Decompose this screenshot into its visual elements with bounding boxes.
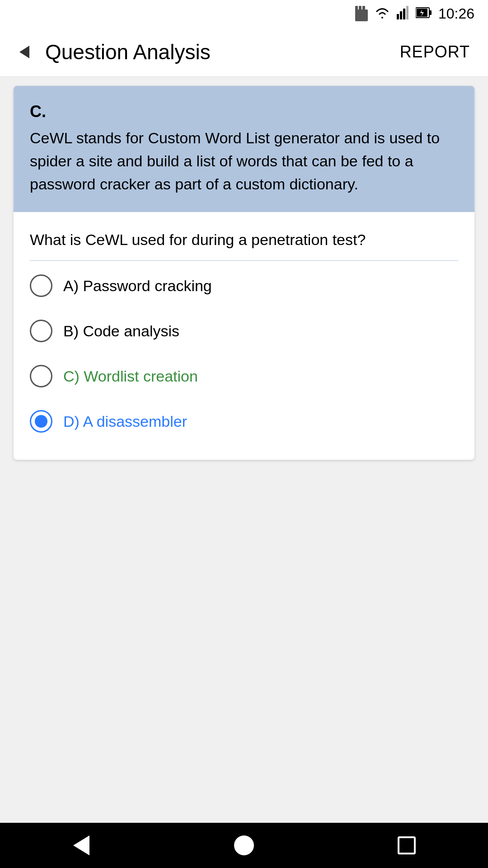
nav-recent-icon (398, 836, 416, 854)
status-time: 10:26 (438, 5, 474, 22)
radio-c (30, 365, 52, 387)
svg-rect-2 (359, 6, 361, 10)
svg-rect-5 (400, 11, 402, 19)
option-c-label: C) Wordlist creation (63, 368, 198, 385)
answer-label: C. (30, 102, 458, 121)
radio-b (30, 320, 52, 342)
report-button[interactable]: REPORT (393, 38, 477, 66)
question-section: What is CeWL used for during a penetrati… (14, 212, 474, 261)
option-c[interactable]: C) Wordlist creation (30, 365, 458, 387)
sd-card-icon (355, 6, 368, 21)
nav-back-icon (73, 835, 89, 855)
option-b[interactable]: B) Code analysis (30, 320, 458, 342)
nav-back-button[interactable] (66, 830, 97, 861)
question-divider (30, 260, 458, 261)
app-bar: Question Analysis REPORT (0, 27, 488, 77)
svg-rect-7 (406, 6, 408, 19)
question-text: What is CeWL used for during a penetrati… (30, 228, 458, 251)
options-section: A) Password cracking B) Code analysis C)… (14, 274, 474, 460)
nav-recent-button[interactable] (391, 830, 422, 861)
option-a[interactable]: A) Password cracking (30, 274, 458, 297)
answer-text: CeWL stands for Custom Word List generat… (30, 127, 458, 196)
svg-rect-9 (429, 10, 432, 15)
back-arrow-icon (19, 46, 29, 58)
radio-d-fill (35, 415, 47, 428)
battery-icon (416, 6, 432, 21)
svg-rect-4 (397, 14, 399, 19)
status-icons: 10:26 (355, 5, 474, 22)
wifi-icon (374, 6, 390, 21)
question-card: C. CeWL stands for Custom Word List gene… (14, 86, 474, 460)
main-content: C. CeWL stands for Custom Word List gene… (0, 77, 488, 823)
svg-rect-3 (362, 6, 365, 10)
option-a-label: A) Password cracking (63, 277, 212, 295)
nav-home-icon (234, 835, 254, 855)
option-d[interactable]: D) A disassembler (30, 410, 458, 433)
answer-box: C. CeWL stands for Custom Word List gene… (14, 86, 474, 212)
nav-home-button[interactable] (228, 830, 260, 861)
svg-rect-1 (355, 6, 358, 10)
radio-a (30, 274, 52, 297)
svg-rect-6 (403, 9, 405, 19)
back-button[interactable] (11, 38, 38, 66)
svg-rect-0 (355, 9, 368, 21)
status-bar: 10:26 (0, 0, 488, 27)
signal-icon (397, 6, 409, 21)
bottom-nav (0, 823, 488, 868)
page-title: Question Analysis (38, 40, 393, 64)
option-b-label: B) Code analysis (63, 322, 179, 340)
option-d-label: D) A disassembler (63, 413, 187, 430)
radio-d (30, 410, 52, 433)
